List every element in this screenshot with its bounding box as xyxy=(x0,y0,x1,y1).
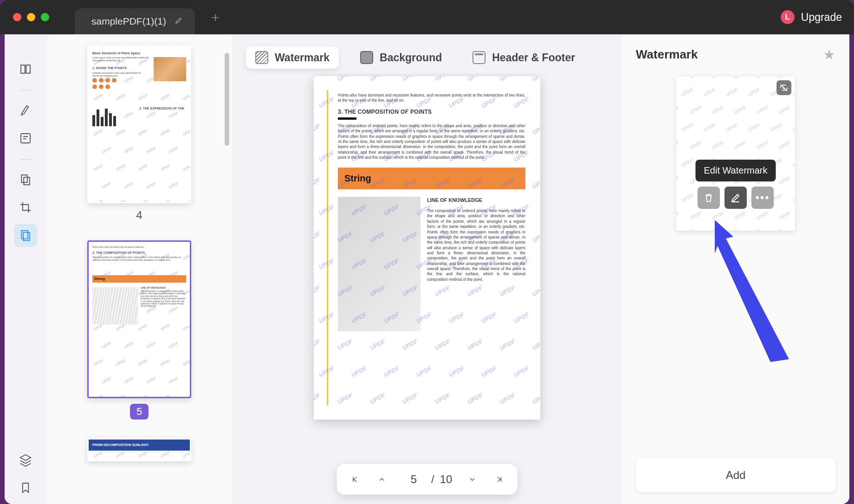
body-text: The composition of ordered points: here … xyxy=(338,123,525,160)
bookmark-tool[interactable] xyxy=(14,476,37,499)
tab-header-footer[interactable]: Header & Footer xyxy=(463,46,584,69)
page-thumbnail-5[interactable]: UPDFUPDFUPDFUPDFUPDFUPDFUPDFUPDFUPDFUPDF… xyxy=(64,240,214,420)
watermark-icon xyxy=(255,51,268,64)
annotation-arrow xyxy=(715,220,808,368)
organize-pages-tool[interactable] xyxy=(14,168,37,191)
tab-watermark[interactable]: Watermark xyxy=(246,46,339,69)
document-page: UPDFUPDFUPDFUPDFUPDFUPDFUPDFUPDFUPDFUPDF… xyxy=(314,76,540,420)
edit-watermark-button[interactable] xyxy=(725,187,747,209)
minimize-window-button[interactable] xyxy=(27,13,35,21)
document-tabs: samplePDF(1)(1) ＋ xyxy=(75,0,222,34)
thumb-subheading2: 2. THE EXPRESSION OF THE xyxy=(139,107,186,110)
thumb-title: Basic Elements of Plane Space xyxy=(92,52,186,55)
page-navigation: 5 / 10 xyxy=(337,464,518,495)
tab-label: Watermark xyxy=(275,52,330,64)
page-viewport[interactable]: UPDFUPDFUPDFUPDFUPDFUPDFUPDFUPDFUPDFUPDF… xyxy=(232,73,622,504)
delete-watermark-button[interactable] xyxy=(698,187,720,209)
crop-tool[interactable] xyxy=(14,196,37,219)
titlebar-right: L Upgrade xyxy=(781,10,842,24)
page-number-input[interactable]: 5 / 10 xyxy=(402,471,453,488)
more-watermark-button[interactable]: ••• xyxy=(751,187,774,209)
reader-view-tool[interactable] xyxy=(14,58,37,81)
header-footer-icon xyxy=(472,51,485,64)
tab-title: samplePDF(1)(1) xyxy=(91,16,166,27)
tab-background[interactable]: Background xyxy=(351,46,451,69)
last-page-button[interactable] xyxy=(492,472,506,486)
layers-tool[interactable] xyxy=(14,448,37,472)
avatar[interactable]: L xyxy=(781,10,795,24)
body-text: Points also have dominant and recessive … xyxy=(338,93,525,103)
svg-rect-4 xyxy=(23,233,30,241)
next-page-button[interactable] xyxy=(465,472,479,486)
page-separator: / xyxy=(431,473,434,486)
thumb-title: PRISM DECOMPOSITION SUNLIGHT xyxy=(89,439,190,451)
svg-rect-0 xyxy=(21,134,30,143)
panel-title: Watermark xyxy=(636,47,698,62)
page-number-label: 4 xyxy=(64,209,214,222)
background-icon xyxy=(360,51,373,64)
body-text: The composition of ordered points: here … xyxy=(427,208,525,282)
current-page-field[interactable]: 5 xyxy=(402,471,426,488)
first-page-button[interactable] xyxy=(348,472,362,486)
page-number-label: 5 xyxy=(130,404,149,420)
new-tab-button[interactable]: ＋ xyxy=(209,8,222,26)
prev-page-button[interactable] xyxy=(375,472,389,486)
highlighter-tool[interactable] xyxy=(14,99,37,122)
tab-label: Background xyxy=(380,52,442,64)
maximize-window-button[interactable] xyxy=(41,13,49,21)
divider xyxy=(20,90,31,90)
edit-text-tool[interactable] xyxy=(14,127,37,150)
page-thumbnail-6[interactable]: UPDFUPDFUPDFUPDFUPDFUPDFUPDFUPDFUPDFUPDF… xyxy=(64,438,214,461)
ellipsis-icon: ••• xyxy=(755,191,770,204)
app-body: UPDFUPDFUPDFUPDFUPDFUPDFUPDFUPDFUPDFUPDF… xyxy=(5,34,849,504)
subheading: LINE OF KNOWLEDGE xyxy=(427,197,525,204)
left-toolbar xyxy=(5,34,46,504)
heading: 3. THE COMPOSITION OF POINTS xyxy=(338,108,525,116)
svg-rect-1 xyxy=(21,175,27,182)
divider xyxy=(20,159,31,160)
scrollbar-thumb[interactable] xyxy=(225,53,229,146)
string-banner: String xyxy=(338,168,525,189)
svg-rect-3 xyxy=(21,231,28,239)
window-controls xyxy=(0,13,49,21)
titlebar: samplePDF(1)(1) ＋ L Upgrade xyxy=(0,0,854,34)
total-pages: 10 xyxy=(440,473,453,486)
main-area: Watermark Background Header & Footer UPD… xyxy=(232,34,622,504)
thumb-heading: 3. THE COMPOSITION OF POINTS xyxy=(92,251,186,255)
svg-rect-2 xyxy=(24,177,30,185)
upgrade-button[interactable]: Upgrade xyxy=(801,11,842,24)
watermark-actions: ••• xyxy=(698,187,774,209)
tab-label: Header & Footer xyxy=(492,52,575,64)
thumbnails-panel: UPDFUPDFUPDFUPDFUPDFUPDFUPDFUPDFUPDFUPDF… xyxy=(46,34,232,504)
page-tools-tool[interactable] xyxy=(14,224,37,247)
image-placeholder xyxy=(338,197,421,331)
edit-watermark-tooltip: Edit Watermark xyxy=(695,160,776,181)
svg-marker-5 xyxy=(715,220,789,362)
document-tab[interactable]: samplePDF(1)(1) xyxy=(75,8,195,34)
page-design-tabs: Watermark Background Header & Footer xyxy=(232,34,622,73)
page-thumbnail-4[interactable]: UPDFUPDFUPDFUPDFUPDFUPDFUPDFUPDFUPDFUPDF… xyxy=(64,45,214,222)
visibility-toggle-icon[interactable] xyxy=(776,80,791,95)
close-window-button[interactable] xyxy=(13,13,21,21)
watermark-panel: Watermark ★ UPDFUPDFUPDFUPDFUPDFUPDFUPDF… xyxy=(622,34,849,504)
thumb-banner: String xyxy=(92,275,186,283)
pencil-icon[interactable] xyxy=(175,16,183,27)
star-icon[interactable]: ★ xyxy=(823,46,835,63)
add-watermark-button[interactable]: Add xyxy=(636,459,835,492)
